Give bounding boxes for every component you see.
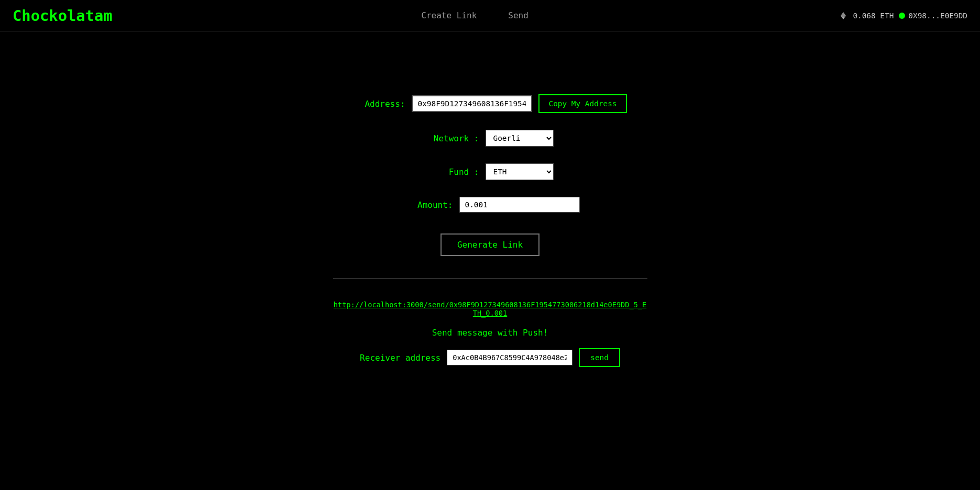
- fund-label: Fund :: [427, 167, 479, 177]
- amount-row: Amount:: [333, 197, 647, 213]
- push-message-label: Send message with Push!: [432, 328, 548, 338]
- nav-create-link[interactable]: Create Link: [421, 10, 477, 20]
- receiver-row: Receiver address send: [360, 348, 620, 367]
- copy-address-button[interactable]: Copy My Address: [538, 94, 627, 113]
- form-section: Address: Copy My Address Network : Goerl…: [333, 94, 647, 367]
- wallet-short-address: 0X98...E0E9DD: [908, 12, 967, 20]
- network-label: Network :: [427, 133, 479, 143]
- nav-links: Create Link Send: [421, 10, 528, 20]
- network-row: Network : Goerli Mainnet Ropsten: [333, 130, 647, 147]
- fund-select[interactable]: ETH USDC DAI: [486, 163, 554, 180]
- address-input[interactable]: [412, 95, 532, 112]
- network-select[interactable]: Goerli Mainnet Ropsten: [486, 130, 554, 147]
- generated-link[interactable]: http://localhost:3000/send/0x98F9D127349…: [333, 300, 647, 317]
- eth-icon: [837, 9, 850, 22]
- nav-send[interactable]: Send: [508, 10, 528, 20]
- wallet-status-dot: [899, 13, 905, 19]
- link-section: http://localhost:3000/send/0x98F9D127349…: [333, 300, 647, 367]
- navbar: Chockolatam Create Link Send 0.068 ETH 0…: [0, 0, 980, 31]
- amount-input[interactable]: [459, 197, 580, 213]
- receiver-label: Receiver address: [360, 353, 441, 363]
- amount-label: Amount:: [401, 200, 453, 210]
- receiver-address-input[interactable]: [447, 350, 572, 365]
- generate-link-button[interactable]: Generate Link: [441, 233, 539, 256]
- address-row: Address: Copy My Address: [333, 94, 647, 113]
- section-divider: [333, 278, 647, 279]
- eth-balance-value: 0.068 ETH: [853, 12, 894, 20]
- address-label: Address:: [353, 99, 405, 109]
- wallet-info: 0.068 ETH 0X98...E0E9DD: [837, 9, 967, 22]
- wallet-address[interactable]: 0X98...E0E9DD: [899, 12, 967, 20]
- send-button[interactable]: send: [579, 348, 620, 367]
- eth-balance: 0.068 ETH: [837, 9, 894, 22]
- fund-row: Fund : ETH USDC DAI: [333, 163, 647, 180]
- generate-row: Generate Link: [333, 229, 647, 256]
- main-content: Address: Copy My Address Network : Goerl…: [0, 31, 980, 367]
- brand-logo[interactable]: Chockolatam: [13, 7, 113, 25]
